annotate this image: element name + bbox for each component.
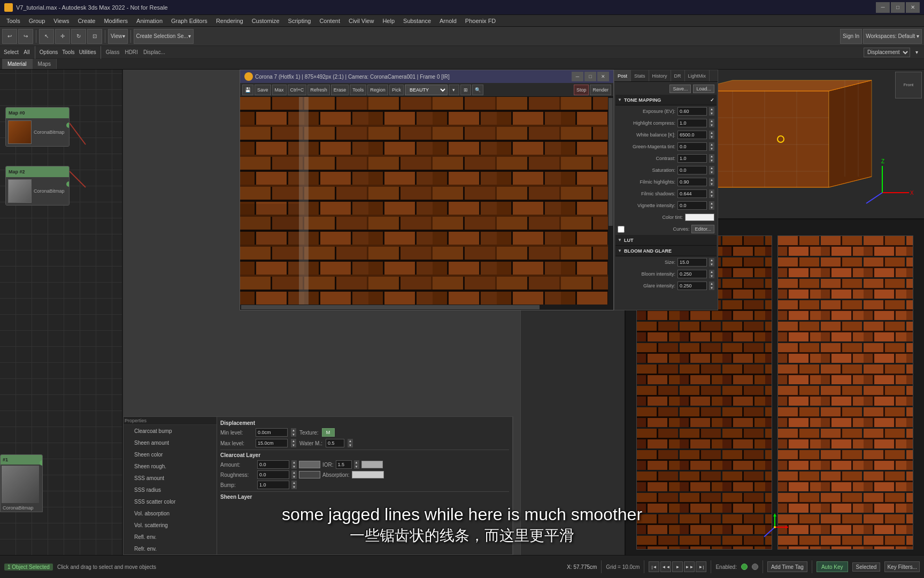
mat-item-vol-scattering[interactable]: Vol. scattering: [124, 519, 217, 531]
vfb-close[interactable]: ✕: [597, 72, 609, 81]
vfb-max-btn[interactable]: Max: [272, 85, 287, 95]
min-up[interactable]: ▲: [291, 428, 296, 432]
mat-item-refl-env[interactable]: Refl. env.: [124, 531, 217, 543]
menu-rendering[interactable]: Rendering: [212, 15, 248, 26]
play-btn[interactable]: ►: [672, 561, 683, 572]
vfb-erase-btn[interactable]: Erase: [331, 85, 349, 95]
redo-button[interactable]: ↪: [18, 29, 33, 44]
lut-header[interactable]: ▼ LUT: [615, 235, 717, 246]
vfb-beauty-select[interactable]: BEAUTY: [405, 85, 448, 95]
vfb-save-icon[interactable]: 💾: [242, 85, 253, 95]
exposure-down[interactable]: ▼: [709, 111, 714, 116]
minimize-button[interactable]: ─: [876, 2, 890, 13]
menu-animation[interactable]: Animation: [132, 15, 167, 26]
node-map1-output[interactable]: [40, 460, 43, 466]
create-selection-button[interactable]: Create Selection Se... ▾: [134, 29, 194, 44]
contrast-down[interactable]: ▼: [709, 158, 714, 163]
amount-down[interactable]: ▼: [291, 465, 297, 469]
play-back-btn[interactable]: ◄◄: [660, 561, 671, 572]
menu-content[interactable]: Content: [315, 15, 344, 26]
green-magenta-input[interactable]: [677, 142, 707, 151]
water-ml-input[interactable]: [326, 439, 344, 447]
undo-button[interactable]: ↩: [2, 29, 17, 44]
size-down[interactable]: ▼: [709, 262, 714, 267]
ior-up[interactable]: ▲: [354, 460, 359, 465]
white-balance-input[interactable]: [677, 131, 707, 139]
vfb-pick-btn[interactable]: Pick: [389, 85, 404, 95]
bloom-intensity-input[interactable]: [677, 270, 707, 278]
menu-group[interactable]: Group: [25, 15, 50, 26]
bloom-up[interactable]: ▲: [709, 270, 714, 274]
amount-up[interactable]: ▲: [291, 460, 297, 465]
tab-lightmix[interactable]: LightMix: [685, 70, 710, 81]
vfb-region-btn[interactable]: Region: [367, 85, 388, 95]
bump-up[interactable]: ▲: [291, 481, 297, 485]
mat-item-vol-absorption[interactable]: Vol. absorption: [124, 507, 217, 519]
vig-up[interactable]: ▲: [709, 201, 714, 206]
roughness-input[interactable]: [257, 470, 289, 479]
menu-arnold[interactable]: Arnold: [435, 15, 461, 26]
add-time-tag-btn[interactable]: Add Time Tag: [767, 561, 807, 572]
glare-intensity-input[interactable]: [677, 282, 707, 290]
fh-up[interactable]: ▲: [709, 178, 714, 182]
amount-input[interactable]: [257, 460, 289, 469]
mat-item-sheen-color[interactable]: Sheen color: [124, 448, 217, 460]
menu-customize[interactable]: Customize: [248, 15, 284, 26]
bump-input[interactable]: [257, 481, 289, 489]
wb-up[interactable]: ▲: [709, 131, 714, 135]
node-map2-output[interactable]: [66, 181, 70, 187]
vfb-minimize[interactable]: ─: [572, 72, 583, 81]
menu-tools[interactable]: Tools: [2, 15, 25, 26]
exposure-input[interactable]: [677, 107, 707, 116]
displacement-dropdown[interactable]: Displacement: [864, 48, 910, 57]
highlight-up[interactable]: ▲: [709, 119, 714, 123]
menu-create[interactable]: Create: [73, 15, 99, 26]
select-button[interactable]: Select: [2, 47, 20, 58]
gm-up[interactable]: ▲: [709, 142, 714, 147]
key-filters-btn[interactable]: Key Filters...: [884, 561, 920, 572]
highlight-input[interactable]: [677, 119, 707, 127]
fs-up[interactable]: ▲: [709, 189, 714, 194]
wml-down[interactable]: ▼: [348, 443, 353, 447]
rough-down[interactable]: ▼: [291, 475, 297, 479]
tab-material[interactable]: Material: [2, 59, 33, 69]
tone-mapping-header[interactable]: ▼ TONE MAPPING ✓: [615, 95, 717, 105]
fh-down[interactable]: ▼: [709, 182, 714, 186]
saturation-input[interactable]: [677, 166, 707, 174]
highlight-down[interactable]: ▼: [709, 123, 714, 127]
glare-down[interactable]: ▼: [709, 286, 714, 290]
bloom-down[interactable]: ▼: [709, 274, 714, 278]
gm-down[interactable]: ▼: [709, 147, 714, 151]
size-up[interactable]: ▲: [709, 258, 714, 262]
sat-up[interactable]: ▲: [709, 166, 714, 170]
tools-button[interactable]: Tools: [60, 47, 76, 58]
curves-editor-btn[interactable]: Editor...: [691, 225, 714, 233]
vfb-zoom-in[interactable]: 🔍: [472, 85, 483, 95]
ior-input[interactable]: [336, 460, 352, 469]
vfb-stop-btn[interactable]: Stop: [574, 85, 589, 95]
tab-maps[interactable]: Maps: [33, 59, 57, 69]
min-level-input[interactable]: [256, 428, 288, 437]
sign-in-button[interactable]: Sign In: [840, 29, 862, 44]
maximize-button[interactable]: □: [891, 2, 905, 13]
scale-button[interactable]: ⊡: [87, 29, 102, 44]
vfb-dropdown-btn[interactable]: ▾: [449, 85, 459, 95]
wb-down[interactable]: ▼: [709, 135, 714, 139]
mat-item-sss-amount[interactable]: SSS amount: [124, 472, 217, 484]
options-button[interactable]: Options: [38, 47, 59, 58]
utilities-button[interactable]: Utilities: [78, 47, 98, 58]
mat-item-sheen-amount[interactable]: Sheen amount: [124, 437, 217, 448]
mat-item-refr-env[interactable]: Refr. env.: [124, 543, 217, 554]
view-dropdown[interactable]: View ▾: [108, 29, 128, 44]
menu-graph-editors[interactable]: Graph Editors: [167, 15, 212, 26]
auto-key-btn[interactable]: Auto Key: [817, 561, 848, 572]
menu-civil-view[interactable]: Civil View: [344, 15, 378, 26]
menu-help[interactable]: Help: [378, 15, 399, 26]
select-move-button[interactable]: ✛: [55, 29, 70, 44]
curves-checkbox[interactable]: [618, 226, 625, 233]
node-map1[interactable]: #1 CoronaBitmap: [0, 454, 43, 512]
menu-scripting[interactable]: Scripting: [284, 15, 315, 26]
dropdown-arrow[interactable]: ▾: [911, 47, 922, 58]
texture-m-btn[interactable]: M: [322, 428, 335, 437]
node-map0[interactable]: Map #0 CoronaBitmap: [5, 107, 70, 147]
